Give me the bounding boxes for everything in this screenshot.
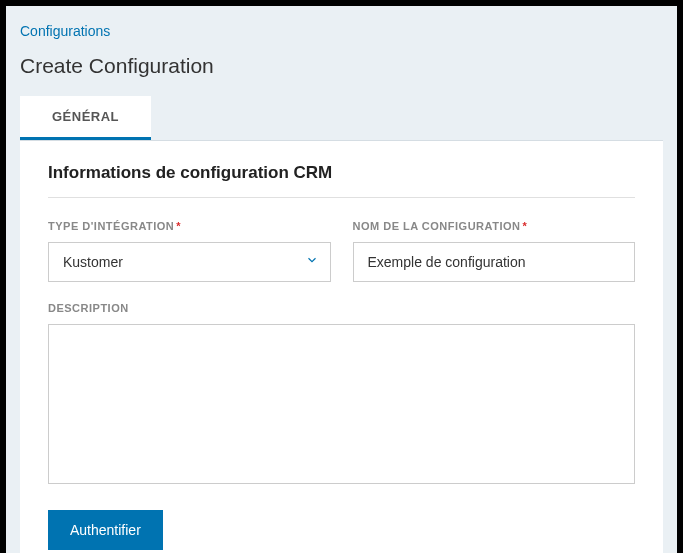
field-description: DESCRIPTION [48, 302, 635, 484]
config-name-input[interactable] [353, 242, 636, 282]
authenticate-button[interactable]: Authentifier [48, 510, 163, 550]
tab-general[interactable]: GÉNÉRAL [20, 96, 151, 140]
description-textarea[interactable] [48, 324, 635, 484]
app-container: Configurations Create Configuration GÉNÉ… [6, 6, 677, 547]
main-content: GÉNÉRAL Informations de configuration CR… [6, 96, 677, 553]
required-asterisk: * [522, 220, 527, 232]
header: Configurations Create Configuration [6, 6, 677, 96]
page-title: Create Configuration [20, 54, 663, 78]
section-heading: Informations de configuration CRM [48, 163, 635, 198]
tabs-row: GÉNÉRAL [20, 96, 663, 141]
integration-type-value: Kustomer [48, 242, 331, 282]
integration-type-label: TYPE D'INTÉGRATION* [48, 220, 331, 232]
config-name-label: NOM DE LA CONFIGURATION* [353, 220, 636, 232]
tab-panel-general: Informations de configuration CRM TYPE D… [20, 141, 663, 553]
required-asterisk: * [176, 220, 181, 232]
field-config-name: NOM DE LA CONFIGURATION* [353, 220, 636, 282]
field-integration-type: TYPE D'INTÉGRATION* Kustomer [48, 220, 331, 282]
breadcrumb-configurations[interactable]: Configurations [20, 23, 110, 39]
integration-type-select[interactable]: Kustomer [48, 242, 331, 282]
description-label: DESCRIPTION [48, 302, 635, 314]
form-row-1: TYPE D'INTÉGRATION* Kustomer NOM DE LA C… [48, 220, 635, 282]
